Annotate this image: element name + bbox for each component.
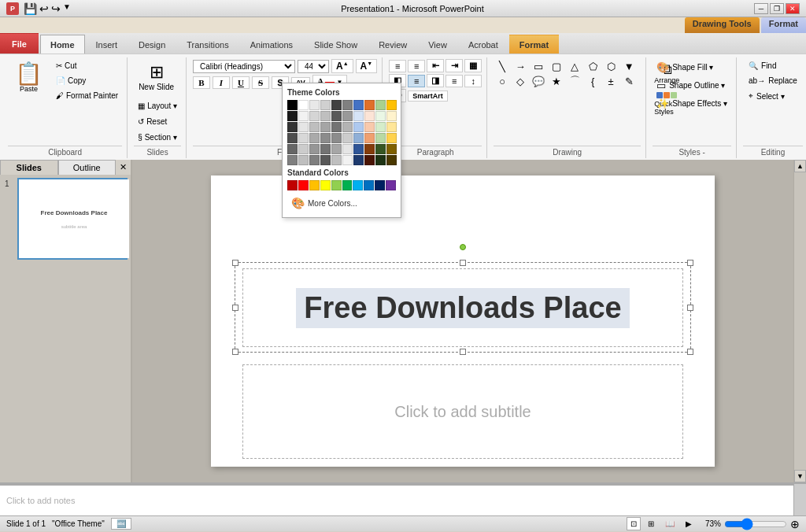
- justify-btn[interactable]: ≡: [446, 75, 463, 87]
- shape-equation[interactable]: ±: [602, 74, 619, 88]
- theme-color-swatch[interactable]: [331, 111, 342, 121]
- font-size-select[interactable]: 44: [298, 60, 329, 73]
- theme-color-swatch[interactable]: [298, 144, 309, 154]
- scroll-up-btn[interactable]: ▲: [794, 160, 806, 172]
- handle-mid-left[interactable]: [232, 305, 238, 311]
- theme-color-swatch[interactable]: [342, 111, 353, 121]
- standard-color-swatch[interactable]: [298, 180, 309, 190]
- standard-color-swatch[interactable]: [353, 180, 363, 190]
- theme-color-swatch[interactable]: [331, 122, 342, 132]
- view-slideshow-btn[interactable]: ▶: [682, 517, 696, 530]
- handle-bottom-left[interactable]: [232, 349, 238, 355]
- standard-color-swatch[interactable]: [375, 180, 385, 190]
- shape-line[interactable]: ╲: [494, 59, 511, 73]
- theme-color-swatch[interactable]: [298, 111, 309, 121]
- handle-top-left[interactable]: [232, 260, 238, 266]
- theme-color-swatch[interactable]: [353, 111, 364, 121]
- bullets-btn[interactable]: ≡: [389, 60, 406, 72]
- bold-btn[interactable]: B: [193, 76, 210, 89]
- shape-outline-button[interactable]: ▭ Shape Outline ▾: [653, 77, 731, 94]
- notes-scrollbar[interactable]: [793, 484, 806, 515]
- tab-insert[interactable]: Insert: [86, 35, 128, 54]
- theme-color-swatch[interactable]: [298, 122, 309, 132]
- view-sorter-btn[interactable]: ⊞: [644, 517, 658, 530]
- shape-callout[interactable]: 💬: [530, 74, 547, 88]
- tab-review[interactable]: Review: [368, 35, 417, 54]
- tab-home[interactable]: Home: [40, 35, 85, 54]
- handle-bottom-right[interactable]: [687, 349, 693, 355]
- theme-color-swatch[interactable]: [331, 144, 342, 154]
- format-painter-button[interactable]: 🖌 Format Painter: [52, 89, 122, 102]
- standard-color-swatch[interactable]: [309, 180, 320, 190]
- close-btn[interactable]: ✕: [786, 3, 800, 14]
- handle-top-mid[interactable]: [460, 260, 466, 266]
- standard-color-swatch[interactable]: [287, 180, 298, 190]
- theme-color-swatch[interactable]: [298, 133, 309, 143]
- theme-color-swatch[interactable]: [342, 144, 353, 154]
- theme-color-swatch[interactable]: [364, 111, 375, 121]
- theme-color-swatch[interactable]: [386, 111, 397, 121]
- standard-color-swatch[interactable]: [342, 180, 353, 190]
- theme-color-swatch[interactable]: [309, 144, 320, 154]
- shape-oval[interactable]: ○: [494, 74, 511, 88]
- theme-color-swatch[interactable]: [353, 100, 364, 110]
- tab-transitions[interactable]: Transitions: [176, 35, 238, 54]
- tab-acrobat[interactable]: Acrobat: [458, 35, 508, 54]
- theme-color-swatch[interactable]: [320, 155, 331, 165]
- numbering-btn[interactable]: ≡: [408, 60, 425, 72]
- theme-color-swatch[interactable]: [331, 100, 342, 110]
- theme-color-swatch[interactable]: [320, 111, 331, 121]
- theme-color-swatch[interactable]: [287, 122, 298, 132]
- theme-color-swatch[interactable]: [320, 100, 331, 110]
- theme-color-swatch[interactable]: [298, 100, 309, 110]
- format-tab-label[interactable]: Format: [761, 17, 806, 33]
- quick-access-redo[interactable]: ↪: [51, 2, 61, 15]
- shape-brace[interactable]: {: [584, 74, 601, 88]
- reset-button[interactable]: ↺ Reset: [134, 115, 181, 128]
- font-family-select[interactable]: Calibri (Headings): [193, 60, 295, 73]
- increase-indent-btn[interactable]: ⇥: [446, 59, 463, 72]
- theme-color-swatch[interactable]: [342, 133, 353, 143]
- align-right-btn[interactable]: ◨: [427, 74, 444, 87]
- theme-color-swatch[interactable]: [364, 100, 375, 110]
- scroll-down-btn[interactable]: ▼: [794, 470, 806, 482]
- theme-color-swatch[interactable]: [353, 133, 364, 143]
- shape-chevron[interactable]: ⬠: [584, 59, 601, 73]
- cut-button[interactable]: ✂ Cut: [52, 59, 122, 72]
- standard-color-swatch[interactable]: [320, 180, 331, 190]
- theme-color-swatch[interactable]: [287, 133, 298, 143]
- copy-button[interactable]: 📄 Copy: [52, 74, 122, 87]
- handle-top-right[interactable]: [687, 260, 693, 266]
- decrease-indent-btn[interactable]: ⇤: [427, 59, 444, 72]
- standard-color-swatch[interactable]: [386, 180, 396, 190]
- theme-color-swatch[interactable]: [320, 122, 331, 132]
- theme-color-swatch[interactable]: [309, 111, 320, 121]
- theme-color-swatch[interactable]: [353, 144, 364, 154]
- restore-btn[interactable]: ❐: [770, 3, 784, 14]
- theme-color-swatch[interactable]: [309, 100, 320, 110]
- theme-color-swatch[interactable]: [386, 100, 397, 110]
- more-colors-btn[interactable]: 🎨 More Colors...: [287, 194, 396, 212]
- shape-fill-button[interactable]: 🎨 Shape Fill ▾: [653, 59, 731, 76]
- theme-color-swatch[interactable]: [320, 133, 331, 143]
- theme-color-swatch[interactable]: [309, 122, 320, 132]
- sidebar-close-btn[interactable]: ✕: [116, 160, 131, 175]
- shape-pentagon[interactable]: ⬡: [602, 59, 619, 73]
- theme-color-swatch[interactable]: [287, 111, 298, 121]
- theme-color-swatch[interactable]: [375, 144, 386, 154]
- zoom-slider[interactable]: [724, 518, 787, 530]
- tab-file[interactable]: File: [0, 33, 39, 54]
- theme-color-swatch[interactable]: [331, 133, 342, 143]
- tab-design[interactable]: Design: [128, 35, 176, 54]
- theme-color-swatch[interactable]: [386, 122, 397, 132]
- vertical-scrollbar[interactable]: ▲ ▼: [793, 160, 806, 482]
- theme-color-swatch[interactable]: [364, 133, 375, 143]
- tab-slides[interactable]: Slides: [0, 160, 58, 175]
- theme-color-swatch[interactable]: [342, 122, 353, 132]
- theme-color-swatch[interactable]: [331, 155, 342, 165]
- slide-panel[interactable]: 1 Free Downloads Place subtitle area: [0, 175, 131, 482]
- theme-color-swatch[interactable]: [309, 155, 320, 165]
- handle-mid-right[interactable]: [687, 305, 693, 311]
- theme-color-swatch[interactable]: [375, 133, 386, 143]
- shape-effects-button[interactable]: ✨ Shape Effects ▾: [653, 95, 731, 112]
